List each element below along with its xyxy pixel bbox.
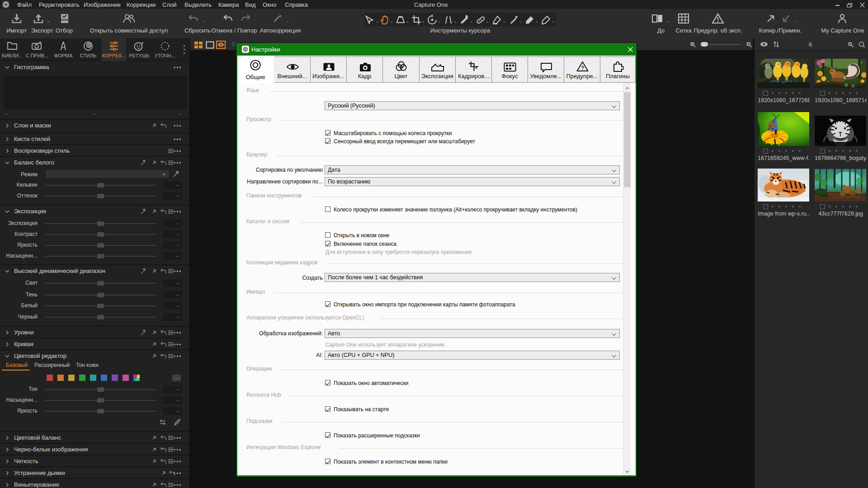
- svg-text:?: ?: [581, 65, 584, 70]
